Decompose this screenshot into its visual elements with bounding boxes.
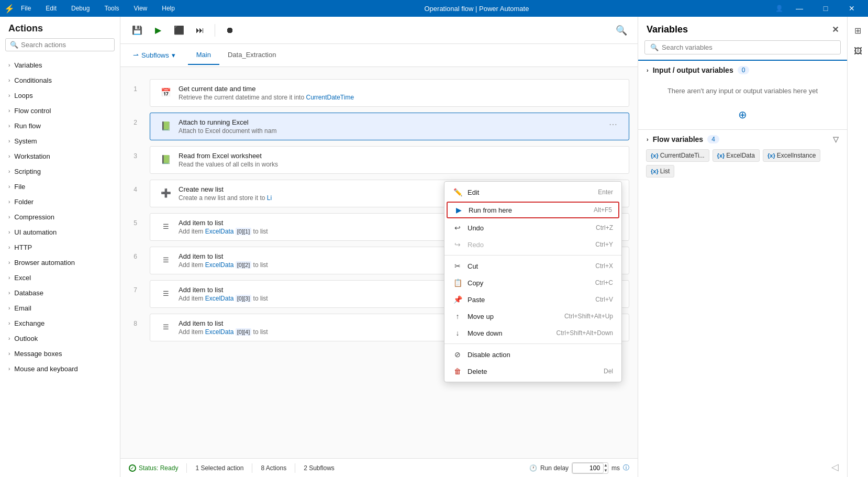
category-folder[interactable]: › Folder xyxy=(0,194,120,209)
var-chip-excelinstance[interactable]: {x} ExcelInstance xyxy=(763,149,820,162)
category-label: Browser automation xyxy=(14,259,75,267)
delete-icon: 🗑 xyxy=(453,367,462,375)
back-arrow-icon[interactable]: ◁ xyxy=(831,461,839,473)
menu-edit[interactable]: Edit xyxy=(42,3,60,14)
ctx-label: Move down xyxy=(468,329,551,337)
menu-help[interactable]: Help xyxy=(159,3,178,14)
layers-icon[interactable]: ⊞ xyxy=(849,21,867,40)
input-output-header[interactable]: › Input / output variables 0 xyxy=(638,61,847,79)
context-menu-redo[interactable]: ↪ Redo Ctrl+Y xyxy=(444,236,621,253)
flow-variables-section: › Flow variables 4 ▽ {x} CurrentDateTi..… xyxy=(638,129,847,179)
var-chip-currentdatetime[interactable]: {x} CurrentDateTi... xyxy=(646,149,709,162)
context-menu-delete[interactable]: 🗑 Delete Del xyxy=(444,363,621,380)
info-icon[interactable]: ⓘ xyxy=(623,463,629,472)
category-label: UI automation xyxy=(14,228,57,236)
flow-variables-header[interactable]: › Flow variables 4 ▽ xyxy=(638,130,847,148)
search-button[interactable]: 🔍 xyxy=(614,23,629,38)
tab-main[interactable]: Main xyxy=(188,46,219,65)
variables-search-input[interactable] xyxy=(662,43,835,51)
category-scripting[interactable]: › Scripting xyxy=(0,164,120,179)
category-label: Flow control xyxy=(14,107,51,115)
context-menu-move-down[interactable]: ↓ Move down Ctrl+Shift+Alt+Down xyxy=(444,325,621,341)
menu-debug[interactable]: Debug xyxy=(68,3,93,14)
category-flow-control[interactable]: › Flow control xyxy=(0,103,120,118)
increment-button[interactable]: ▲ xyxy=(604,463,608,468)
actions-search-box[interactable]: 🔍 xyxy=(5,38,115,51)
category-outlook[interactable]: › Outlook xyxy=(0,331,120,346)
category-excel[interactable]: › Excel xyxy=(0,270,120,285)
chevron-icon: › xyxy=(8,108,10,114)
row-number: 6 xyxy=(125,253,137,260)
category-loops[interactable]: › Loops xyxy=(0,88,120,103)
category-label: Mouse and keyboard xyxy=(14,365,77,373)
flow-item-1[interactable]: 📅 Get current date and time Retrieve the… xyxy=(150,79,629,107)
flow-item-title: Read from Excel worksheet xyxy=(179,152,620,160)
context-menu-paste[interactable]: 📌 Paste Ctrl+V xyxy=(444,291,621,308)
input-output-section: › Input / output variables 0 There aren'… xyxy=(638,60,847,121)
category-exchange[interactable]: › Exchange xyxy=(0,316,120,331)
record-button[interactable]: ⏺ xyxy=(221,22,238,39)
var-chip-list[interactable]: {x} List xyxy=(646,165,674,178)
canvas-area: 1 📅 Get current date and time Retrieve t… xyxy=(120,67,638,458)
category-http[interactable]: › HTTP xyxy=(0,240,120,255)
more-options-button[interactable]: ⋯ xyxy=(606,118,620,130)
category-compression[interactable]: › Compression xyxy=(0,209,120,225)
category-email[interactable]: › Email xyxy=(0,301,120,316)
flow-item-2[interactable]: 📗 Attach to running Excel Attach to Exce… xyxy=(150,113,629,140)
context-menu-copy[interactable]: 📋 Copy Ctrl+C xyxy=(444,274,621,291)
context-menu-move-up[interactable]: ↑ Move up Ctrl+Shift+Alt+Up xyxy=(444,308,621,325)
app-body: Actions 🔍 › Variables › Conditionals › L… xyxy=(0,17,868,477)
var-chip-exceldata[interactable]: {x} ExcelData xyxy=(713,149,760,162)
context-menu-cut[interactable]: ✂ Cut Ctrl+X xyxy=(444,258,621,274)
ctx-shortcut: Alt+F5 xyxy=(594,206,612,214)
toolbar-separator xyxy=(215,24,215,37)
next-step-button[interactable]: ⏭ xyxy=(192,22,208,39)
var-name: CurrentDateTi... xyxy=(660,152,705,159)
category-label: Compression xyxy=(14,213,54,221)
variables-close-button[interactable]: ✕ xyxy=(832,25,839,35)
add-variable-button[interactable]: ⊕ xyxy=(638,108,847,121)
tab-data-extraction[interactable]: Data_Extraction xyxy=(219,46,285,65)
category-system[interactable]: › System xyxy=(0,134,120,149)
filter-icon[interactable]: ▽ xyxy=(833,135,839,143)
save-button[interactable]: 💾 xyxy=(129,22,146,39)
stop-button[interactable]: ⬛ xyxy=(171,22,187,39)
category-run-flow[interactable]: › Run flow xyxy=(0,118,120,134)
category-variables[interactable]: › Variables xyxy=(0,58,120,73)
image-icon[interactable]: 🖼 xyxy=(849,42,867,61)
variables-search-box[interactable]: 🔍 xyxy=(644,40,841,54)
maximize-button[interactable]: □ xyxy=(814,0,838,17)
ctx-label: Edit xyxy=(468,188,593,196)
context-menu-run-from-here[interactable]: ▶ Run from here Alt+F5 xyxy=(447,202,619,218)
category-browser-automation[interactable]: › Browser automation xyxy=(0,255,120,270)
category-label: Run flow xyxy=(14,122,41,130)
category-mouse-keyboard[interactable]: › Mouse and keyboard xyxy=(0,361,120,376)
menu-file[interactable]: File xyxy=(18,3,34,14)
move-down-icon: ↓ xyxy=(453,329,462,337)
category-message-boxes[interactable]: › Message boxes xyxy=(0,346,120,361)
category-ui-automation[interactable]: › UI automation xyxy=(0,225,120,240)
menu-tools[interactable]: Tools xyxy=(101,3,122,14)
spinner-buttons: ▲ ▼ xyxy=(604,463,608,473)
context-menu-disable[interactable]: ⊘ Disable action xyxy=(444,346,621,363)
decrement-button[interactable]: ▼ xyxy=(604,468,608,473)
status-bar: ✓ Status: Ready 1 Selected action 8 Acti… xyxy=(120,458,638,477)
menu-view[interactable]: View xyxy=(130,3,150,14)
close-button[interactable]: ✕ xyxy=(840,0,864,17)
context-menu-undo[interactable]: ↩ Undo Ctrl+Z xyxy=(444,219,621,236)
account-icon[interactable]: 👤 xyxy=(775,5,783,12)
category-workstation[interactable]: › Workstation xyxy=(0,149,120,164)
category-label: Exchange xyxy=(14,319,44,327)
flow-item-3[interactable]: 📗 Read from Excel worksheet Read the val… xyxy=(150,146,629,174)
category-file[interactable]: › File xyxy=(0,179,120,194)
minimize-button[interactable]: — xyxy=(787,0,811,17)
category-conditionals[interactable]: › Conditionals xyxy=(0,73,120,88)
category-database[interactable]: › Database xyxy=(0,285,120,301)
run-delay-box: 🕐 Run delay ▲ ▼ ms ⓘ xyxy=(529,462,629,474)
variables-title: Variables xyxy=(647,24,688,35)
context-menu-edit[interactable]: ✏️ Edit Enter xyxy=(444,184,621,201)
subflows-button[interactable]: ⇀ Subflows ▾ xyxy=(129,49,180,61)
run-button[interactable]: ▶ xyxy=(150,22,166,39)
search-input[interactable] xyxy=(21,41,110,49)
run-delay-input[interactable] xyxy=(572,463,604,473)
